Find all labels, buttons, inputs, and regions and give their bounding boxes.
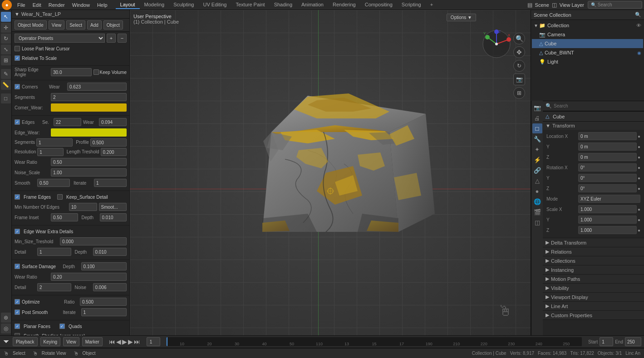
rot-x-value[interactable]: 0° [578,163,637,172]
tab-shading[interactable]: Shading [270,1,297,9]
tab-add[interactable]: + [426,1,438,9]
timeline-track[interactable]: 10 20 30 40 50 110 13 15 17 190 210 220 … [167,337,582,346]
menu-window[interactable]: Window [69,1,93,9]
surface-damage-cb[interactable]: ✓ [15,264,20,269]
line-art-title[interactable]: ▶ Line Art [543,302,644,310]
tree-collection[interactable]: ▼ 📁 Collection 👁 [532,21,643,30]
iterate-input[interactable] [94,179,127,187]
rotate-tool[interactable]: ↻ [1,34,11,44]
bwnt-restrict-icon[interactable]: ◉ [637,50,641,55]
constraint-props-icon[interactable]: 🔗 [532,165,542,175]
depth-input[interactable] [100,213,127,221]
menu-render[interactable]: Render [45,1,69,9]
search-bar[interactable]: 🔍 Search [588,1,642,9]
object-mode-btn[interactable]: Object Mode [15,20,47,29]
keep-volume-cb[interactable] [93,69,99,75]
profile-input[interactable] [90,138,127,147]
prev-frame-btn[interactable]: ◀ [116,338,121,345]
transform-tool[interactable]: ⊞ [1,55,11,65]
view-layer-name[interactable]: View Layer [560,2,584,8]
optimize-cb[interactable]: ✓ [15,299,20,304]
tree-light[interactable]: 💡 Light [532,57,643,66]
material-props-icon[interactable]: ● [532,186,542,196]
detail-input[interactable] [37,248,71,256]
scale-x-anim-icon[interactable]: ● [638,207,640,212]
grid-nav-icon[interactable]: ⊞ [513,87,525,99]
quads-cb[interactable]: ✓ [59,324,65,329]
annotate-tool[interactable]: ✎ [1,69,11,79]
move-nav-icon[interactable]: ✥ [513,46,525,58]
res-input[interactable] [37,148,64,156]
ratio2-input[interactable] [80,298,127,306]
tree-cube[interactable]: △ Cube [532,39,643,48]
proportional-icon[interactable]: ◎ [1,324,11,333]
tab-sculpting[interactable]: Sculpting [169,1,198,9]
tree-cube-bwnt[interactable]: △ Cube_BWNT ◉ [532,48,643,57]
next-frame-btn[interactable]: ▶ [128,338,133,345]
snap-icon[interactable]: ⊛ [1,313,11,323]
edges-wear-input[interactable] [99,118,127,126]
anim-icon[interactable]: ⏷ [3,338,10,346]
viewport-3d[interactable]: User Perspective (1) Collection | Cube O… [130,10,531,335]
menu-file[interactable]: File [14,1,29,9]
detail2-input[interactable] [37,283,71,291]
collections-title[interactable]: ▶ Collections [543,256,644,265]
particles-props-icon[interactable]: ✦ [532,144,542,154]
scene-filter-icon[interactable]: 🔍 [635,12,641,18]
data-props-icon[interactable]: △ [532,176,542,186]
scale-tool[interactable]: ⤡ [1,44,11,54]
current-frame-input[interactable]: 1 [147,337,160,346]
skip-start-btn[interactable]: ⏮ [109,338,115,345]
tab-texture-paint[interactable]: Texture Paint [231,1,269,9]
scale-y-anim-icon[interactable]: ● [638,217,640,222]
tab-animation[interactable]: Animation [297,1,328,9]
skip-end-btn[interactable]: ⏭ [134,338,140,345]
render-props-icon[interactable]: 📷 [532,103,542,113]
tab-modeling[interactable]: Modeling [140,1,169,9]
surf-depth-input[interactable] [81,262,127,270]
scale-z-anim-icon[interactable]: ● [638,228,640,233]
zoom-nav-icon[interactable]: 🔍 [513,33,525,44]
end-frame-input[interactable]: 250 [625,337,641,346]
noise2-input[interactable] [93,283,127,291]
play-btn[interactable]: ▶ [122,338,127,345]
corners-cb[interactable]: ✓ [15,84,20,89]
menu-help[interactable]: Help [93,1,111,9]
iterate3-input[interactable] [81,308,127,316]
tab-layout[interactable]: Layout [116,1,140,9]
min-edges-input[interactable] [69,203,97,211]
min-size-input[interactable] [60,237,127,245]
presets-remove-btn[interactable]: − [118,34,127,43]
object-props-icon[interactable]: □ [532,123,542,133]
object-btn[interactable]: Object [103,20,123,29]
tab-uv-editing[interactable]: UV Editing [198,1,231,9]
planar-faces-cb[interactable]: ✓ [15,324,20,329]
rotate-nav-icon[interactable]: ↻ [513,60,525,72]
tree-camera[interactable]: 📷 Camera [532,30,643,39]
frame-edges-cb[interactable]: ✓ [15,194,20,200]
visibility-icon[interactable]: 👁 [636,23,641,28]
rot-x-anim-icon[interactable]: ● [638,165,640,170]
rot-y-anim-icon[interactable]: ● [638,176,640,181]
add-btn[interactable]: Add [87,20,102,29]
relative-to-scale-cb[interactable]: ✓ [15,55,20,61]
loose-near-cursor-cb[interactable] [15,46,20,51]
edge-wear-bar[interactable] [51,128,127,137]
camera-nav-icon[interactable]: 📷 [513,74,525,85]
panel-collapse-icon[interactable]: ▼ [15,11,20,17]
wear-ratio-input[interactable] [51,158,127,166]
modifier-props-icon[interactable]: 🔧 [532,134,542,144]
cursor-tool[interactable]: ↖ [1,12,11,22]
mode-value[interactable]: XYZ Euler [578,195,640,203]
post-smooth-cb[interactable]: ✓ [15,309,20,315]
scene-props-icon[interactable]: 🎬 [532,207,542,217]
edges-cb[interactable]: ✓ [15,119,20,125]
start-frame-input[interactable]: 1 [600,337,613,346]
menu-edit[interactable]: Edit [29,1,45,9]
custom-props-title[interactable]: ▶ Custom Properties [543,311,644,319]
segments-input[interactable] [51,93,127,101]
viewport-display-title[interactable]: ▶ Viewport Display [543,293,644,301]
loc-z-value[interactable]: 0 m [578,153,637,161]
view-layer-props-icon[interactable]: ◫ [532,217,542,227]
rot-z-anim-icon[interactable]: ● [638,186,640,191]
